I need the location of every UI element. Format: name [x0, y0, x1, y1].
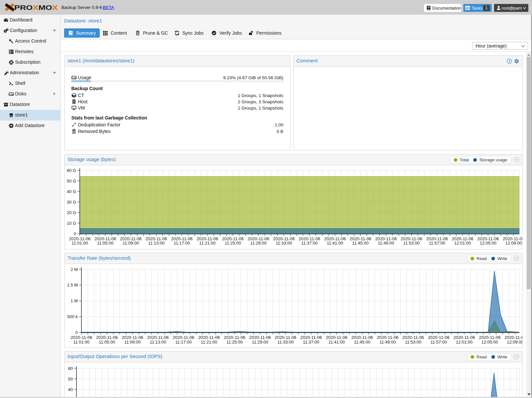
svg-text:PROXMOX: PROXMOX	[14, 4, 58, 11]
svg-text:11:21:00: 11:21:00	[201, 340, 217, 345]
svg-text:11:05:00: 11:05:00	[97, 241, 114, 246]
svg-text:11:17:00: 11:17:00	[174, 241, 190, 246]
svg-text:11:13:00: 11:13:00	[150, 340, 166, 345]
svg-text:11:29:00: 11:29:00	[250, 241, 267, 246]
svg-text:30 G: 30 G	[67, 200, 76, 205]
svg-text:2 M: 2 M	[71, 267, 78, 272]
svg-text:11:25:00: 11:25:00	[225, 241, 241, 246]
svg-text:60 G: 60 G	[67, 168, 76, 173]
svg-text:11:13:00: 11:13:00	[148, 241, 164, 246]
svg-text:11:09:00: 11:09:00	[123, 241, 139, 246]
svg-text:40: 40	[68, 387, 73, 392]
svg-text:11:09:00: 11:09:00	[124, 340, 141, 345]
svg-text:12:01:00: 12:01:00	[454, 241, 471, 246]
svg-text:20 G: 20 G	[67, 210, 76, 215]
svg-text:11:05:00: 11:05:00	[99, 340, 115, 345]
svg-text:11:45:00: 11:45:00	[352, 241, 369, 246]
svg-text:11:33:00: 11:33:00	[276, 241, 292, 246]
svg-text:0: 0	[75, 330, 78, 335]
svg-text:11:49:00: 11:49:00	[378, 241, 394, 246]
svg-text:12:09:00: 12:09:00	[505, 241, 522, 246]
svg-text:11:37:00: 11:37:00	[303, 340, 319, 345]
svg-text:50 G: 50 G	[67, 179, 76, 183]
svg-text:60: 60	[68, 366, 73, 371]
svg-text:12:09:00: 12:09:00	[507, 340, 522, 345]
svg-text:11:57:00: 11:57:00	[431, 340, 447, 345]
svg-text:11:01:00: 11:01:00	[72, 241, 88, 246]
svg-text:11:25:00: 11:25:00	[226, 340, 243, 345]
svg-text:0: 0	[74, 231, 76, 236]
svg-text:1 M: 1 M	[71, 298, 78, 303]
svg-text:10 G: 10 G	[67, 221, 76, 226]
svg-text:11:53:00: 11:53:00	[403, 241, 420, 246]
svg-text:12:05:00: 12:05:00	[481, 340, 498, 345]
svg-text:11:17:00: 11:17:00	[175, 340, 192, 345]
svg-text:11:33:00: 11:33:00	[277, 340, 294, 345]
svg-text:50: 50	[68, 377, 73, 381]
svg-text:11:37:00: 11:37:00	[301, 241, 318, 246]
svg-text:11:21:00: 11:21:00	[199, 241, 216, 246]
svg-text:11:29:00: 11:29:00	[252, 340, 268, 345]
svg-text:40 G: 40 G	[67, 189, 76, 194]
svg-text:500 k: 500 k	[67, 314, 78, 319]
svg-text:11:41:00: 11:41:00	[327, 241, 343, 246]
svg-text:11:45:00: 11:45:00	[354, 340, 371, 345]
svg-text:1.5 M: 1.5 M	[67, 282, 78, 287]
svg-text:11:57:00: 11:57:00	[429, 241, 445, 246]
svg-text:11:49:00: 11:49:00	[379, 340, 396, 345]
svg-text:11:41:00: 11:41:00	[328, 340, 345, 345]
svg-text:11:53:00: 11:53:00	[405, 340, 421, 345]
svg-text:12:05:00: 12:05:00	[480, 241, 497, 246]
svg-text:12:01:00: 12:01:00	[456, 340, 473, 345]
svg-text:11:01:00: 11:01:00	[73, 340, 90, 345]
